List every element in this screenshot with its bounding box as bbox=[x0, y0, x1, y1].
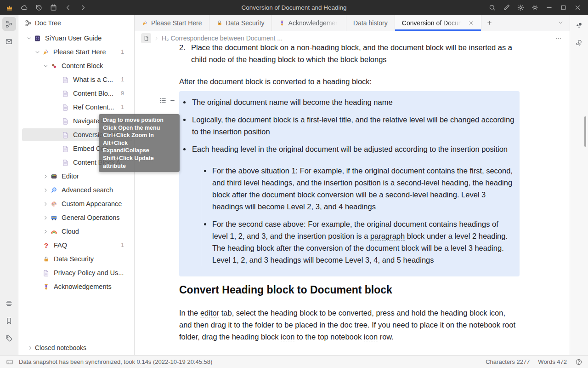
tree-item-data-security[interactable]: Data Security bbox=[18, 252, 134, 266]
tree-item-what-is-a-c-[interactable]: What is a C...1 bbox=[18, 73, 134, 86]
back-icon[interactable] bbox=[64, 4, 72, 12]
tab-data-history[interactable]: Data history bbox=[346, 15, 395, 31]
settings-icon[interactable] bbox=[531, 4, 539, 12]
breadcrumb-heading[interactable]: H₂ Correspondence between Document ... bbox=[162, 34, 283, 42]
doc-icon bbox=[43, 270, 50, 276]
medal-icon bbox=[43, 283, 50, 290]
text-run: Each heading level in the original docum… bbox=[192, 145, 508, 153]
search-icon[interactable] bbox=[488, 4, 496, 12]
list-item-text: Place the document block on a non-headin… bbox=[191, 45, 520, 65]
bullet-item[interactable]: Logically, the document block is a first… bbox=[179, 114, 515, 138]
chevron-right-icon[interactable] bbox=[43, 173, 49, 179]
tree-item-label: What is a C... bbox=[73, 76, 118, 83]
block-ref: icon bbox=[364, 333, 378, 341]
close-icon[interactable] bbox=[574, 4, 582, 12]
chevron-right-icon[interactable] bbox=[43, 201, 49, 207]
daily-note-icon[interactable] bbox=[50, 4, 57, 12]
word-count: Characters 2277 Words 472 bbox=[486, 358, 588, 366]
titlebar-right-actions bbox=[488, 4, 588, 12]
breadcrumb-doc-button[interactable] bbox=[141, 33, 151, 43]
tree-item-label: Ref Content... bbox=[73, 104, 118, 111]
bookmark-icon bbox=[5, 317, 13, 325]
tree-item-label: Content Blo... bbox=[73, 90, 118, 97]
tree-item-privacy-policy-and-us-[interactable]: Privacy Policy and Us... bbox=[18, 266, 134, 280]
dock-item-inbox-icon[interactable] bbox=[2, 34, 16, 48]
doc-icon bbox=[62, 159, 69, 166]
tree-item-count: 9 bbox=[121, 90, 124, 97]
tree-item-please-start-here[interactable]: Please Start Here1 bbox=[18, 45, 134, 59]
tooltip-line: Drag to move position bbox=[103, 116, 175, 124]
bullet-item[interactable]: For the above situation 1: For example, … bbox=[201, 165, 515, 213]
paragraph[interactable]: In the editor tab, select the heading bl… bbox=[179, 307, 520, 343]
magnifier-icon bbox=[51, 187, 57, 194]
characters-count: Characters 2277 bbox=[486, 358, 530, 365]
selected-list-block[interactable]: The original document name will become t… bbox=[179, 91, 520, 276]
cloud-icon[interactable] bbox=[20, 4, 28, 12]
more-button[interactable] bbox=[553, 33, 563, 43]
text-run: Logically, the document block is a first… bbox=[192, 115, 514, 136]
tab-list-button[interactable] bbox=[551, 15, 570, 31]
dock-bottom-icon[interactable] bbox=[6, 358, 13, 366]
new-tab-button[interactable] bbox=[481, 15, 497, 31]
ordered-list-item[interactable]: 2. Place the document block on a non-hea… bbox=[179, 45, 520, 65]
bus-icon bbox=[51, 214, 57, 221]
tree-item-siyuan-user-guide[interactable]: SiYuan User Guide bbox=[18, 31, 134, 45]
edit-icon[interactable] bbox=[503, 4, 510, 12]
outline-icon bbox=[5, 299, 13, 307]
dock-item-tag-icon[interactable] bbox=[2, 331, 16, 345]
tree-item-label: SiYuan User Guide bbox=[45, 34, 124, 42]
tab-conversion-of-docum[interactable]: Conversion of Docum bbox=[395, 15, 482, 31]
dash-gutter-icon[interactable] bbox=[170, 97, 175, 104]
chevron-right-icon[interactable] bbox=[43, 215, 49, 221]
bullet-item[interactable]: For the second case above: For example, … bbox=[201, 218, 515, 266]
tab-acknowledgemen[interactable]: Acknowledgemen bbox=[272, 15, 347, 31]
sync-history-icon[interactable] bbox=[35, 4, 43, 12]
siyuan-logo-icon[interactable] bbox=[6, 4, 13, 12]
party-icon bbox=[42, 49, 49, 56]
dock-item-doc-tree-icon[interactable] bbox=[2, 17, 16, 31]
tree-item-content-block[interactable]: Content Block bbox=[18, 59, 134, 73]
dock-item-graph-icon[interactable] bbox=[572, 18, 586, 32]
tree-item-advanced-search[interactable]: Advanced search bbox=[18, 183, 134, 197]
tree-item-label: Privacy Policy and Us... bbox=[54, 269, 124, 276]
tree-item-acknowledgements[interactable]: Acknowledgements bbox=[18, 280, 134, 293]
tree-item-faq[interactable]: ?FAQ1 bbox=[18, 238, 134, 252]
chevron-right-icon[interactable] bbox=[43, 229, 49, 235]
chevron-down-icon bbox=[558, 20, 564, 26]
chevron-down-icon[interactable] bbox=[34, 49, 40, 55]
tab-data-security[interactable]: Data Security bbox=[209, 15, 272, 31]
theme-icon[interactable] bbox=[517, 4, 525, 12]
bullet-item[interactable]: The original document name will become t… bbox=[179, 96, 515, 108]
text-run: to the top notebook bbox=[294, 333, 363, 341]
tree-item-custom-appearance[interactable]: Custom Appearance bbox=[18, 197, 134, 211]
forward-icon[interactable] bbox=[79, 4, 87, 12]
tree-item-general-operations[interactable]: General Operations bbox=[18, 211, 134, 224]
chevron-right-icon[interactable] bbox=[43, 187, 49, 193]
maximize-icon[interactable] bbox=[560, 4, 567, 12]
doc-icon bbox=[62, 90, 69, 97]
dock-item-outline-icon[interactable] bbox=[2, 296, 16, 310]
tree-item-ref-content-[interactable]: Ref Content...1 bbox=[18, 100, 134, 114]
tree-item-content-blo-[interactable]: Content Blo...9 bbox=[18, 86, 134, 100]
list-gutter-icon[interactable] bbox=[159, 97, 167, 104]
document-editor[interactable]: 2. Place the document block on a non-hea… bbox=[135, 45, 570, 355]
dock-item-bookmark-icon[interactable] bbox=[2, 314, 16, 328]
tab-please-start-here[interactable]: Please Start Here bbox=[135, 15, 209, 31]
scrollbar-thumb[interactable] bbox=[584, 116, 586, 147]
doc-icon bbox=[62, 118, 69, 125]
section-heading[interactable]: Convert Heading block to Document block bbox=[179, 283, 520, 297]
rainbow-icon bbox=[51, 228, 57, 235]
tree-item-cloud[interactable]: Cloud bbox=[18, 224, 134, 238]
tab-label: Data Security bbox=[226, 19, 265, 27]
chevron-down-icon[interactable] bbox=[26, 35, 32, 41]
chevron-down-icon[interactable] bbox=[43, 63, 49, 69]
tree-item-count: 1 bbox=[121, 76, 124, 83]
paragraph[interactable]: After the document block is converted to… bbox=[179, 75, 520, 87]
minimize-icon[interactable] bbox=[545, 4, 553, 12]
help-icon[interactable] bbox=[575, 358, 582, 366]
closed-notebooks-toggle[interactable]: Closed notebooks bbox=[18, 344, 86, 351]
dock-item-global-graph-icon[interactable] bbox=[572, 36, 586, 50]
tab-close-icon[interactable] bbox=[468, 20, 474, 26]
bullet-item[interactable]: Each heading level in the original docum… bbox=[179, 143, 515, 266]
tab-bar: Please Start HereData SecurityAcknowledg… bbox=[135, 15, 570, 31]
